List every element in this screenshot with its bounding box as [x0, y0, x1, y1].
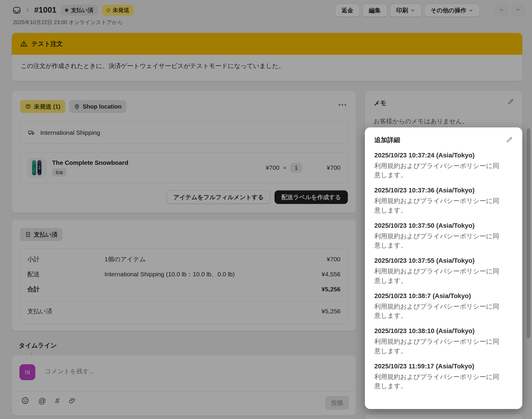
- consent-entry: 2025/10/23 10:38:10 (Asia/Tokyo) 利用規約および…: [374, 327, 513, 355]
- entry-text: 利用規約およびプライバシーポリシーに同意します。: [374, 337, 503, 355]
- consent-entry: 2025/10/23 11:59:17 (Asia/Tokyo) 利用規約および…: [374, 363, 513, 390]
- entry-text: 利用規約およびプライバシーポリシーに同意します。: [374, 267, 503, 285]
- entry-timestamp: 2025/10/23 11:59:17 (Asia/Tokyo): [374, 363, 513, 370]
- consent-entry: 2025/10/23 10:37:36 (Asia/Tokyo) 利用規約および…: [374, 187, 513, 215]
- edit-details-pencil-icon[interactable]: [506, 136, 513, 143]
- entry-timestamp: 2025/10/23 10:38:7 (Asia/Tokyo): [374, 292, 513, 300]
- consent-entry: 2025/10/23 10:38:7 (Asia/Tokyo) 利用規約およびプ…: [374, 292, 513, 320]
- entry-timestamp: 2025/10/23 10:37:50 (Asia/Tokyo): [374, 222, 513, 230]
- entry-text: 利用規約およびプライバシーポリシーに同意します。: [374, 302, 503, 320]
- entry-text: 利用規約およびプライバシーポリシーに同意します。: [374, 372, 503, 390]
- additional-details-heading: 追加詳細: [374, 136, 400, 144]
- consent-entry: 2025/10/23 10:37:50 (Asia/Tokyo) 利用規約および…: [374, 222, 513, 250]
- entry-text: 利用規約およびプライバシーポリシーに同意します。: [374, 161, 503, 179]
- entry-text: 利用規約およびプライバシーポリシーに同意します。: [374, 232, 503, 250]
- entry-timestamp: 2025/10/23 10:37:36 (Asia/Tokyo): [374, 187, 513, 194]
- additional-details-card: 追加詳細 2025/10/23 10:37:24 (Asia/Tokyo) 利用…: [365, 127, 522, 409]
- consent-entry: 2025/10/23 10:37:24 (Asia/Tokyo) 利用規約および…: [374, 152, 513, 179]
- consent-entry: 2025/10/23 10:37:55 (Asia/Tokyo) 利用規約および…: [374, 257, 513, 285]
- entry-text: 利用規約およびプライバシーポリシーに同意します。: [374, 196, 503, 215]
- consent-entry-list: 2025/10/23 10:37:24 (Asia/Tokyo) 利用規約および…: [374, 152, 513, 390]
- entry-timestamp: 2025/10/23 10:38:10 (Asia/Tokyo): [374, 327, 513, 335]
- entry-timestamp: 2025/10/23 10:37:55 (Asia/Tokyo): [374, 257, 513, 265]
- entry-timestamp: 2025/10/23 10:37:24 (Asia/Tokyo): [374, 152, 513, 159]
